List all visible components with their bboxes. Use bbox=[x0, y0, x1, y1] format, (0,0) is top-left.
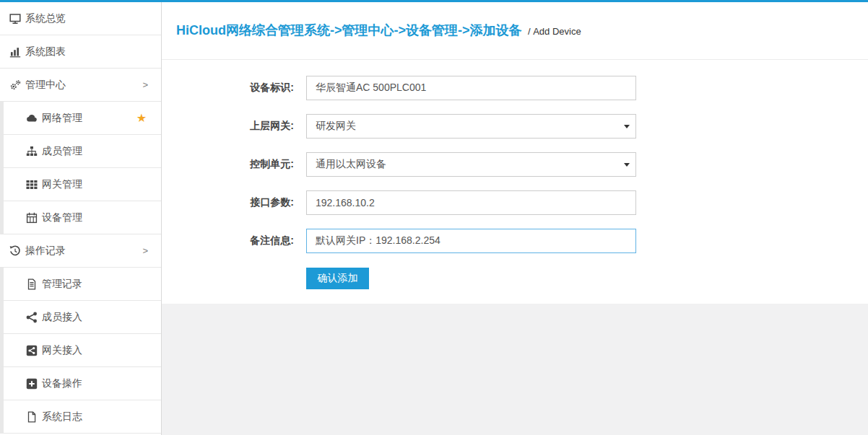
sidebar-item-label: 系统日志 bbox=[42, 410, 82, 423]
sidebar-item-label: 设备操作 bbox=[42, 377, 82, 390]
file-text-icon bbox=[26, 278, 38, 290]
interface-params-label: 接口参数: bbox=[162, 196, 294, 209]
sitemap-icon bbox=[26, 146, 38, 157]
sidebar-item-device-operation[interactable]: 设备操作 bbox=[0, 367, 161, 400]
caret-down-icon bbox=[624, 125, 630, 128]
sidebar-item-label: 系统总览 bbox=[25, 12, 66, 25]
grid-icon bbox=[26, 179, 38, 190]
sidebar-item-gateway-access[interactable]: 网关接入 bbox=[0, 334, 161, 367]
sidebar-item-management-center[interactable]: 管理中心 > bbox=[0, 69, 161, 102]
control-unit-select[interactable]: 通用以太网设备 bbox=[306, 152, 636, 177]
sidebar-item-label: 系统图表 bbox=[25, 45, 66, 58]
confirm-add-button[interactable]: 确认添加 bbox=[306, 268, 369, 289]
history-icon bbox=[9, 245, 21, 257]
sidebar-item-network-management[interactable]: 网络管理 ★ bbox=[0, 102, 161, 135]
sidebar-item-operation-records[interactable]: 操作记录 > bbox=[0, 234, 161, 268]
sidebar-item-label: 操作记录 bbox=[25, 245, 66, 258]
plus-square-icon bbox=[26, 378, 38, 390]
gears-icon bbox=[9, 79, 21, 91]
sidebar-item-system-charts[interactable]: 系统图表 bbox=[0, 35, 161, 69]
page-header: HiCloud网络综合管理系统->管理中心->设备管理->添加设备 / Add … bbox=[162, 2, 868, 60]
caret-down-icon bbox=[624, 163, 630, 167]
sidebar-item-label: 管理记录 bbox=[42, 278, 82, 291]
interface-params-input[interactable] bbox=[306, 190, 636, 215]
file-icon bbox=[26, 411, 38, 423]
sidebar-item-system-overview[interactable]: 系统总览 bbox=[0, 2, 161, 35]
share-square-icon bbox=[26, 345, 38, 356]
sidebar-item-gateway-management[interactable]: 网关管理 bbox=[0, 168, 161, 201]
sidebar-item-label: 网关管理 bbox=[42, 178, 82, 191]
sidebar-item-member-management[interactable]: 成员管理 bbox=[0, 135, 161, 168]
sidebar-item-label: 管理中心 bbox=[25, 79, 66, 92]
sidebar-item-management-records[interactable]: 管理记录 bbox=[0, 268, 161, 301]
sidebar-item-label: 网关接入 bbox=[42, 344, 82, 357]
sidebar-item-device-management[interactable]: 设备管理 bbox=[0, 201, 161, 234]
sidebar-item-member-access[interactable]: 成员接入 bbox=[0, 301, 161, 334]
star-icon[interactable]: ★ bbox=[136, 113, 147, 124]
breadcrumb-subtitle: / Add Device bbox=[528, 26, 581, 37]
calendar-icon bbox=[26, 212, 38, 224]
device-id-input[interactable] bbox=[306, 76, 636, 100]
sidebar-item-label: 成员接入 bbox=[42, 311, 82, 324]
selected-value: 研发网关 bbox=[316, 120, 356, 133]
share-icon bbox=[26, 312, 38, 323]
sidebar-item-label: 网络管理 bbox=[42, 112, 82, 125]
cloud-icon bbox=[26, 113, 38, 124]
desktop-icon bbox=[9, 13, 21, 25]
sidebar-item-label: 成员管理 bbox=[42, 145, 82, 158]
sidebar-item-system-log[interactable]: 系统日志 bbox=[0, 400, 161, 434]
device-id-label: 设备标识: bbox=[162, 82, 294, 95]
main-area: HiCloud网络综合管理系统->管理中心->设备管理->添加设备 / Add … bbox=[162, 2, 868, 435]
remark-label: 备注信息: bbox=[162, 234, 294, 247]
remark-input[interactable] bbox=[306, 229, 636, 253]
add-device-form: 设备标识: 上层网关: 研发网关 控制单元: 通用以太网设备 接口参数: bbox=[162, 60, 868, 304]
chevron-right-icon: > bbox=[142, 79, 148, 90]
upper-gateway-select[interactable]: 研发网关 bbox=[306, 114, 636, 139]
selected-value: 通用以太网设备 bbox=[316, 158, 386, 171]
bar-chart-icon bbox=[9, 46, 21, 58]
chevron-right-icon: > bbox=[142, 245, 148, 256]
upper-gateway-label: 上层网关: bbox=[162, 120, 294, 133]
sidebar: 系统总览 系统图表 管理中心 > 网络管理 ★ 成员管理 bbox=[0, 2, 162, 435]
sidebar-item-label: 设备管理 bbox=[42, 211, 82, 224]
breadcrumb: HiCloud网络综合管理系统->管理中心->设备管理->添加设备 bbox=[176, 23, 522, 38]
control-unit-label: 控制单元: bbox=[162, 158, 294, 171]
